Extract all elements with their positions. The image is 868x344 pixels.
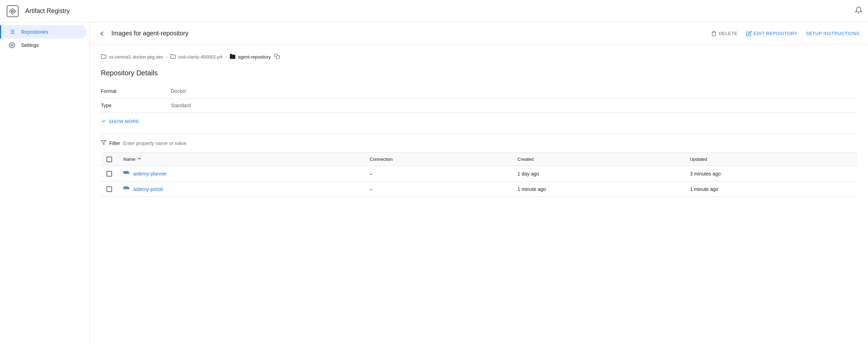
table-row: aidemy-portal – 1 minute ago 1 minute ag… xyxy=(101,181,857,197)
svg-rect-1 xyxy=(11,11,13,12)
top-bar: Artifact Registry xyxy=(0,0,868,22)
images-table: Name Connection Created Updated xyxy=(101,152,857,197)
row1-connection: – xyxy=(364,166,512,181)
detail-row-type: Type Standard xyxy=(101,98,857,113)
docker-icon-2 xyxy=(123,186,130,192)
breadcrumb-label-2: civil-clarity-450002-p4 xyxy=(178,54,222,60)
detail-value-format: Docker xyxy=(171,84,857,98)
row1-name: aidemy-planner xyxy=(133,171,167,177)
content-header: Images for agent-repository DELETE EDIT … xyxy=(90,22,868,45)
details-table: Format Docker Type Standard xyxy=(101,84,857,113)
row2-updated: 1 minute ago xyxy=(684,181,857,197)
copy-path-button[interactable] xyxy=(274,54,280,60)
col-header-updated: Updated xyxy=(684,153,857,166)
show-more-label: SHOW MORE xyxy=(109,119,139,124)
svg-rect-2 xyxy=(13,11,15,12)
row1-checkbox-cell xyxy=(101,166,118,181)
svg-point-28 xyxy=(128,187,129,187)
folder-icon-1 xyxy=(101,54,106,60)
svg-point-10 xyxy=(11,44,13,46)
filter-label: Filter xyxy=(109,140,120,146)
page-title: Images for agent-repository xyxy=(111,30,705,37)
detail-key-type: Type xyxy=(101,98,171,113)
row2-name: aidemy-portal xyxy=(133,186,163,192)
filter-row: Filter xyxy=(101,140,857,147)
setup-instructions-button[interactable]: SETUP INSTRUCTIONS xyxy=(806,31,860,36)
detail-value-type: Standard xyxy=(171,98,857,113)
sidebar-label-repositories: Repositories xyxy=(21,29,48,35)
breadcrumb-item-1[interactable]: us-central1-docker.pkg.dev xyxy=(101,54,163,60)
row1-updated: 3 minutes ago xyxy=(684,166,857,181)
main-layout: Repositories Settings Images for agent-r… xyxy=(0,22,868,344)
folder-icon-3 xyxy=(229,53,236,61)
col-header-checkbox xyxy=(101,153,118,166)
col-header-name[interactable]: Name xyxy=(118,153,364,166)
setup-label: SETUP INSTRUCTIONS xyxy=(806,31,860,36)
gear-icon xyxy=(8,42,15,48)
row2-name-cell: aidemy-portal xyxy=(118,181,364,197)
section-title: Repository Details xyxy=(101,69,857,77)
sidebar-item-settings[interactable]: Settings xyxy=(0,39,87,52)
sidebar: Repositories Settings xyxy=(0,22,90,344)
svg-marker-12 xyxy=(101,140,106,145)
filter-input[interactable] xyxy=(123,140,857,146)
content-body: us-central1-docker.pkg.dev › civil-clari… xyxy=(90,45,868,205)
row2-checkbox-cell xyxy=(101,181,118,197)
row1-created: 1 day ago xyxy=(512,166,684,181)
repository-details-section: Repository Details Format Docker Type St… xyxy=(101,69,857,128)
row1-name-link[interactable]: aidemy-planner xyxy=(123,170,358,177)
notification-bell[interactable] xyxy=(855,6,862,16)
docker-icon-1 xyxy=(123,170,130,177)
delete-label: DELETE xyxy=(719,31,738,36)
sidebar-item-repositories[interactable]: Repositories xyxy=(0,25,87,39)
table-header-row: Name Connection Created Updated xyxy=(101,153,857,166)
list-icon xyxy=(8,29,15,35)
col-header-created: Created xyxy=(512,153,684,166)
breadcrumb-sep-1: › xyxy=(166,54,167,60)
row2-name-link[interactable]: aidemy-portal xyxy=(123,186,358,192)
detail-row-format: Format Docker xyxy=(101,84,857,98)
app-logo xyxy=(6,4,20,18)
sidebar-label-settings: Settings xyxy=(21,42,39,48)
breadcrumb: us-central1-docker.pkg.dev › civil-clari… xyxy=(101,53,857,61)
row1-name-cell: aidemy-planner xyxy=(118,166,364,181)
svg-rect-11 xyxy=(276,56,280,59)
content-area: Images for agent-repository DELETE EDIT … xyxy=(90,22,868,344)
back-button[interactable] xyxy=(98,30,106,37)
row2-checkbox[interactable] xyxy=(106,186,112,192)
show-more-button[interactable]: SHOW MORE xyxy=(101,114,857,128)
row1-checkbox[interactable] xyxy=(106,171,112,177)
breadcrumb-item-2[interactable]: civil-clarity-450002-p4 xyxy=(170,54,222,60)
section-divider xyxy=(101,134,857,134)
folder-icon-2 xyxy=(170,54,176,60)
table-row: aidemy-planner – 1 day ago 3 minutes ago xyxy=(101,166,857,181)
row2-connection: – xyxy=(364,181,512,197)
edit-repository-button[interactable]: EDIT REPOSITORY xyxy=(746,31,798,36)
detail-key-format: Format xyxy=(101,84,171,98)
breadcrumb-item-3: agent-repository xyxy=(229,53,280,61)
col-header-connection: Connection xyxy=(364,153,512,166)
filter-icon xyxy=(101,140,106,147)
breadcrumb-label-3: agent-repository xyxy=(238,54,271,60)
header-actions: DELETE EDIT REPOSITORY SETUP INSTRUCTION… xyxy=(711,31,860,36)
svg-point-20 xyxy=(128,171,129,172)
breadcrumb-sep-2: › xyxy=(225,54,227,60)
sort-asc-icon xyxy=(137,156,142,162)
edit-label: EDIT REPOSITORY xyxy=(754,31,798,36)
svg-rect-3 xyxy=(11,13,13,14)
breadcrumb-label-1: us-central1-docker.pkg.dev xyxy=(109,54,163,60)
select-all-checkbox[interactable] xyxy=(106,157,112,162)
row2-created: 1 minute ago xyxy=(512,181,684,197)
delete-button[interactable]: DELETE xyxy=(711,31,738,36)
app-title: Artifact Registry xyxy=(25,7,70,15)
